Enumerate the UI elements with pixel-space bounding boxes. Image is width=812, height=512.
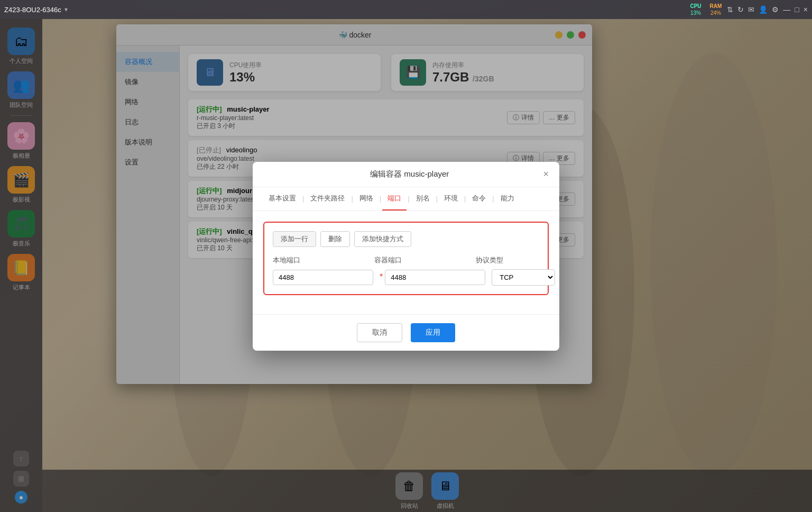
delete-btn[interactable]: 删除 — [320, 231, 350, 247]
cpu-value-text: 13% — [690, 10, 701, 16]
user-icon[interactable]: 👤 — [759, 5, 768, 14]
modal-title: 编辑容器 music-player — [276, 169, 543, 179]
port-protocol-select[interactable]: TCP UDP — [492, 269, 555, 286]
port-headers: 本地端口 容器端口 协议类型 — [273, 255, 539, 265]
tab-sep-2: | — [350, 195, 354, 203]
ram-label-text: RAM — [710, 3, 722, 10]
modal-tab-port[interactable]: 端口 — [382, 187, 407, 211]
port-protocol-select-wrapper: TCP UDP — [492, 269, 555, 286]
modal-tab-network[interactable]: 网络 — [354, 187, 379, 211]
cpu-ram-widget: CPU 13% RAM 24% — [690, 3, 722, 16]
modal-tab-folder[interactable]: 文件夹路径 — [305, 187, 350, 211]
taskbar-app-title[interactable]: Z423-8OU2-6346c — [4, 6, 61, 14]
modal-tabs: 基本设置 | 文件夹路径 | 网络 | 端口 | 别名 | 环境 | 命令 | … — [253, 187, 559, 211]
tab-sep-5: | — [435, 195, 439, 203]
port-header-local: 本地端口 — [273, 255, 368, 265]
close-icon[interactable]: × — [804, 5, 808, 14]
apply-button[interactable]: 应用 — [411, 323, 455, 342]
port-row-0: * TCP UDP — [273, 269, 539, 286]
modal-tab-cap[interactable]: 能力 — [495, 187, 520, 211]
network-icon[interactable]: ⇅ — [727, 5, 733, 14]
cpu-label-text: CPU — [690, 3, 701, 10]
modal-footer: 取消 应用 — [253, 314, 559, 351]
settings-icon[interactable]: ⚙ — [772, 5, 779, 14]
taskbar: Z423-8OU2-6346c ▾ CPU 13% RAM 24% ⇅ ↻ ✉ … — [0, 0, 812, 19]
modal-dialog: 编辑容器 music-player × 基本设置 | 文件夹路径 | 网络 | … — [253, 162, 559, 351]
port-section: 添加一行 删除 添加快捷方式 本地端口 容器端口 协议类型 * — [263, 222, 549, 295]
tab-sep-4: | — [407, 195, 410, 203]
minimize-icon[interactable]: — — [783, 5, 790, 14]
modal-tab-env[interactable]: 环境 — [439, 187, 463, 211]
mail-icon[interactable]: ✉ — [748, 5, 754, 14]
modal-close-btn[interactable]: × — [543, 169, 549, 179]
taskbar-right: CPU 13% RAM 24% ⇅ ↻ ✉ 👤 ⚙ — □ × — [690, 3, 808, 16]
add-row-btn[interactable]: 添加一行 — [273, 231, 316, 247]
tab-sep-1: | — [301, 195, 305, 203]
ram-value-text: 24% — [710, 10, 721, 16]
modal-content: 添加一行 删除 添加快捷方式 本地端口 容器端口 协议类型 * — [253, 211, 559, 314]
port-container-wrapper: * — [380, 270, 485, 285]
taskbar-left: Z423-8OU2-6346c ▾ — [4, 6, 68, 14]
port-header-protocol: 协议类型 — [476, 255, 539, 265]
modal-tab-basic[interactable]: 基本设置 — [263, 187, 301, 211]
modal-overlay: 编辑容器 music-player × 基本设置 | 文件夹路径 | 网络 | … — [0, 0, 812, 512]
port-required-indicator: * — [380, 272, 383, 282]
taskbar-wifi-icon: ▾ — [64, 6, 68, 13]
modal-tab-cmd[interactable]: 命令 — [467, 187, 491, 211]
port-container-input[interactable] — [385, 270, 485, 285]
tab-sep-3: | — [379, 195, 382, 203]
modal-header: 编辑容器 music-player × — [253, 162, 559, 187]
tab-sep-7: | — [491, 195, 495, 203]
cancel-button[interactable]: 取消 — [357, 323, 402, 342]
tab-sep-6: | — [463, 195, 467, 203]
port-header-container: 容器端口 — [374, 255, 469, 265]
taskbar-icons: ⇅ ↻ ✉ 👤 ⚙ — □ × — [727, 5, 808, 14]
port-local-input[interactable] — [273, 270, 373, 285]
add-shortcut-btn[interactable]: 添加快捷方式 — [354, 231, 411, 247]
modal-tab-alias[interactable]: 别名 — [411, 187, 435, 211]
refresh-icon[interactable]: ↻ — [737, 5, 744, 14]
maximize-icon[interactable]: □ — [795, 5, 799, 14]
port-actions: 添加一行 删除 添加快捷方式 — [273, 231, 539, 247]
